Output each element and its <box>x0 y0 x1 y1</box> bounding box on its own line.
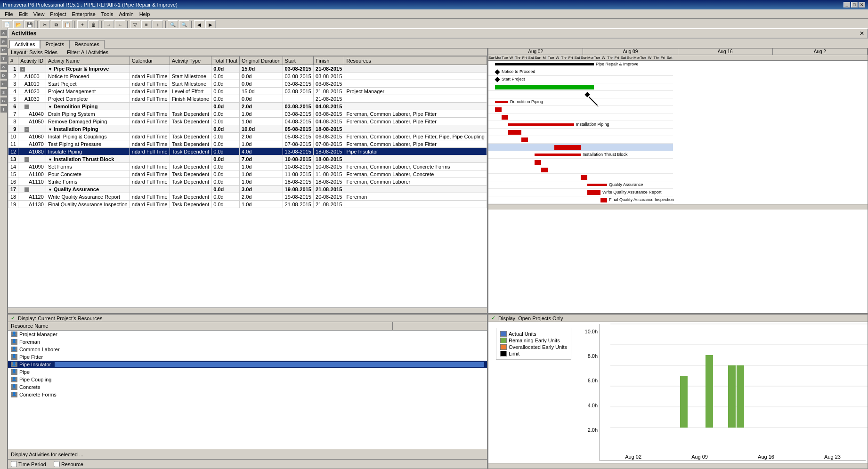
table-row[interactable]: 7 A1040 Drain Piping System ndard Full T… <box>8 110 487 118</box>
expand-icon[interactable]: - <box>24 187 29 192</box>
sidebar-icon-7[interactable]: E <box>0 81 7 87</box>
gantt-scrollbar[interactable] <box>488 204 868 210</box>
sidebar-icon-6[interactable]: D <box>0 72 7 79</box>
gantt-bar[interactable] <box>521 137 528 142</box>
col-header-name[interactable]: Activity Name <box>46 57 130 65</box>
table-row[interactable]: 15 A1100 Pour Concrete ndard Full Time T… <box>8 170 487 178</box>
menu-enterprise[interactable]: Enterprise <box>69 10 98 18</box>
gantt-bar[interactable] <box>502 115 508 120</box>
table-row[interactable]: 16 A1110 Strike Forms ndard Full Time Ta… <box>8 178 487 186</box>
gantt-bar[interactable] <box>495 107 502 112</box>
col-header-cal[interactable]: Calendar <box>130 57 170 65</box>
table-row[interactable]: 5 A1030 Project Complete ndard Full Time… <box>8 95 487 103</box>
checkbox-time-period[interactable]: Time Period <box>11 461 46 467</box>
gantt-bar[interactable] <box>600 198 607 202</box>
gantt-bar[interactable] <box>508 130 521 135</box>
gantt-bar[interactable] <box>587 190 600 195</box>
sidebar-icon-1[interactable]: A <box>0 30 7 36</box>
resource-item[interactable]: 👤 Pipe Fitter <box>8 353 487 361</box>
panel-close-button[interactable]: ✕ <box>860 30 864 37</box>
chart-scrollbar[interactable] <box>488 463 868 469</box>
resource-item[interactable]: 👤 Concrete <box>8 383 487 391</box>
expand-icon[interactable]: - <box>24 105 29 109</box>
col-header-id[interactable]: Activity ID <box>18 57 46 65</box>
menu-view[interactable]: View <box>31 10 48 18</box>
maximize-button[interactable]: □ <box>851 2 858 8</box>
expand-icon[interactable]: - <box>20 67 25 72</box>
col-header-float[interactable]: Total Float <box>211 57 240 65</box>
gantt-bar[interactable] <box>495 77 500 82</box>
col-header-duration[interactable]: Original Duration <box>240 57 283 65</box>
table-row[interactable]: 4 A1020 Project Management ndard Full Ti… <box>8 88 487 95</box>
gantt-bar[interactable] <box>495 63 594 65</box>
col-header-resources[interactable]: Resources <box>344 57 487 65</box>
col-header-finish[interactable]: Finish <box>314 57 344 65</box>
checkbox-resource[interactable]: Resource <box>54 461 83 467</box>
resource-item[interactable]: 👤 Pipe Insulator <box>8 361 487 368</box>
menu-project[interactable]: Project <box>47 10 69 18</box>
menu-file[interactable]: File <box>2 10 16 18</box>
table-row[interactable]: 6 - ▼ Demolition Piping 0.0d 2.0d 03-08-… <box>8 103 487 110</box>
table-row[interactable]: 10 A1060 Install Piping & Couplings ndar… <box>8 133 487 140</box>
gantt-bar[interactable] <box>495 69 500 74</box>
resource-list[interactable]: 👤 Project Manager 👤 Foreman 👤 Common Lab… <box>8 331 487 449</box>
sidebar-icon-9[interactable]: G <box>0 97 7 104</box>
menu-edit[interactable]: Edit <box>16 10 31 18</box>
menu-admin[interactable]: Admin <box>116 10 136 18</box>
activity-table[interactable]: # Activity ID Activity Name Calendar Act… <box>8 56 487 307</box>
resource-item[interactable]: 👤 Project Manager <box>8 331 487 338</box>
gantt-bar[interactable] <box>581 175 587 180</box>
col-header-type[interactable]: Activity Type <box>170 57 211 65</box>
tab-activities[interactable]: Activities <box>9 40 40 49</box>
resource-checkbox[interactable] <box>54 461 60 467</box>
resource-item[interactable]: 👤 Pipe <box>8 368 487 376</box>
tab-resources[interactable]: Resources <box>69 40 105 49</box>
tab-projects[interactable]: Projects <box>40 40 69 49</box>
resource-item[interactable]: 👤 Common Laborer <box>8 346 487 353</box>
resource-item[interactable]: 👤 Pipe Coupling <box>8 376 487 383</box>
table-row[interactable]: 11 A1070 Test Piping at Pressure ndard F… <box>8 140 487 148</box>
table-row[interactable]: 3 A1010 Start Project ndard Full Time St… <box>8 80 487 88</box>
col-header-num[interactable]: # <box>8 57 18 65</box>
resource-item[interactable]: 👤 Concrete Forms <box>8 391 487 398</box>
gantt-bar[interactable] <box>495 85 594 89</box>
gantt-bar[interactable] <box>584 92 590 97</box>
gantt-bar[interactable] <box>535 160 541 165</box>
sidebar-icon-8[interactable]: S <box>0 89 7 96</box>
table-row[interactable]: 8 A1050 Remove Damaged Piping ndard Full… <box>8 118 487 125</box>
sidebar-icon-10[interactable]: I <box>0 106 7 113</box>
table-scrollbar[interactable] <box>8 307 487 313</box>
menu-help[interactable]: Help <box>137 10 153 18</box>
resource-name-header[interactable]: Resource Name <box>8 322 393 330</box>
expand-icon[interactable]: - <box>24 127 29 132</box>
gantt-chart-area[interactable]: Aug 02 Aug 09 Aug 16 Aug 2 SunMonTueWThr… <box>488 49 868 313</box>
gantt-bar[interactable] <box>554 145 581 150</box>
col-header-start[interactable]: Start <box>283 57 313 65</box>
toolbar-sep3 <box>101 21 102 29</box>
table-row[interactable]: 18 A1120 Write Quality Assurance Report … <box>8 193 487 201</box>
gantt-bar[interactable] <box>587 184 607 186</box>
table-row[interactable]: 17 - ▼ Quality Assurance 0.0d 3.0d 19-08… <box>8 186 487 193</box>
sidebar-icon-2[interactable]: P <box>0 38 7 45</box>
table-row[interactable]: 13 - ▼ Installation Thrust Block 0.0d 7.… <box>8 155 487 163</box>
table-row[interactable]: 12 A1080 Insulate Piping ndard Full Time… <box>8 148 487 155</box>
expand-icon[interactable]: - <box>24 157 29 162</box>
gantt-bar[interactable] <box>508 123 574 126</box>
close-window-button[interactable]: ✕ <box>859 2 865 8</box>
gantt-bar[interactable] <box>535 154 581 156</box>
table-row[interactable]: 14 A1090 Set Forms ndard Full Time Task … <box>8 163 487 170</box>
table-row[interactable]: 1 - ▼ Pipe Repair & Improve 0.0d 15.0d 0… <box>8 65 487 73</box>
resource-item[interactable]: 👤 Foreman <box>8 338 487 346</box>
sidebar-icon-4[interactable]: T <box>0 55 7 62</box>
sidebar-icon-5[interactable]: W <box>0 64 7 70</box>
cell-type: Task Dependent <box>170 133 211 140</box>
table-row[interactable]: 2 A1000 Notice to Proceed ndard Full Tim… <box>8 73 487 80</box>
menu-tools[interactable]: Tools <box>98 10 116 18</box>
table-row[interactable]: 9 - ▼ Installation Piping 0.0d 10.0d 05-… <box>8 125 487 133</box>
table-row[interactable]: 19 A1130 Final Quality Assurance Inspect… <box>8 201 487 208</box>
gantt-bar[interactable] <box>495 101 508 103</box>
minimize-button[interactable]: _ <box>844 2 850 8</box>
gantt-bar[interactable] <box>541 168 548 172</box>
time-period-checkbox[interactable] <box>11 461 17 467</box>
sidebar-icon-3[interactable]: R <box>0 47 7 53</box>
